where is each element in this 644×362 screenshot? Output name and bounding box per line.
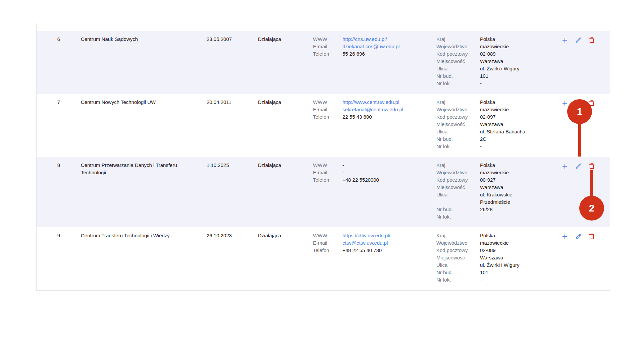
table-top-spacer xyxy=(37,23,610,31)
edit-icon[interactable] xyxy=(575,37,582,44)
address-block: Kraj Polska Województwo mazowieckie Kod … xyxy=(433,99,540,150)
country-value: Polska xyxy=(480,162,539,169)
street-value: ul. Stefana Banacha xyxy=(480,128,539,135)
contact-block: WWW http://cns.uw.edu.pl/ E-mail dziekan… xyxy=(313,36,433,87)
unit-status: Działająca xyxy=(258,162,313,221)
www-value[interactable]: http://cns.uw.edu.pl/ xyxy=(342,36,433,43)
row-actions xyxy=(540,162,610,221)
edit-icon[interactable] xyxy=(575,163,582,170)
table-rows: 6 Centrum Nauk Sądowych 23.05.2007 Dział… xyxy=(37,31,610,290)
table-row: 8 Centrum Przetwarzania Danych i Transfe… xyxy=(37,157,610,227)
flat-no-value: - xyxy=(480,276,539,284)
country-label: Kraj xyxy=(436,162,480,169)
add-icon[interactable] xyxy=(561,37,569,44)
street-label: Ulica xyxy=(436,191,480,206)
unit-date: 1.10.2025 xyxy=(207,162,258,221)
delete-icon[interactable] xyxy=(588,37,595,44)
province-label: Województwo xyxy=(436,169,480,176)
building-no-value: 2C xyxy=(480,135,539,143)
building-no-label: Nr bud. xyxy=(436,135,480,143)
unit-date: 20.04.2011 xyxy=(207,99,258,150)
province-label: Województwo xyxy=(436,239,480,247)
add-icon[interactable] xyxy=(561,163,569,170)
delete-icon[interactable] xyxy=(588,163,595,170)
street-label: Ulica xyxy=(436,65,480,72)
www-label: WWW xyxy=(313,36,342,43)
city-label: Miejscowość xyxy=(436,254,480,261)
unit-name: Centrum Transferu Technologii i Wiedzy xyxy=(81,232,207,284)
phone-value: 55 26 696 xyxy=(342,50,433,58)
postal-code-label: Kod pocztowy xyxy=(436,50,480,58)
phone-value: +48 22 55 40 730 xyxy=(342,247,433,254)
city-value: Warszawa xyxy=(480,58,539,65)
row-number: 9 xyxy=(37,232,81,284)
email-value[interactable]: dziekanat.cns@uw.edu.pl xyxy=(342,43,433,50)
row-actions xyxy=(540,99,610,150)
unit-status: Działająca xyxy=(258,99,313,150)
table-row: 7 Centrum Nowych Technologii UW 20.04.20… xyxy=(37,94,610,157)
building-no-value: 26/28 xyxy=(480,206,539,213)
flat-no-value: - xyxy=(480,213,539,221)
www-label: WWW xyxy=(313,162,342,169)
city-value: Warszawa xyxy=(480,121,539,128)
flat-no-value: - xyxy=(480,80,539,87)
phone-label: Telefon xyxy=(313,247,342,254)
unit-name: Centrum Nauk Sądowych xyxy=(81,36,207,87)
phone-label: Telefon xyxy=(313,113,342,121)
contact-block: WWW - E-mail - Telefon +48 22 5520000 xyxy=(313,162,433,221)
edit-icon[interactable] xyxy=(575,100,582,107)
email-label: E-mail xyxy=(313,239,342,247)
postal-code-value: 02-089 xyxy=(480,247,539,254)
address-block: Kraj Polska Województwo mazowieckie Kod … xyxy=(433,232,540,284)
table-row: 9 Centrum Transferu Technologii i Wiedzy… xyxy=(37,227,610,290)
www-label: WWW xyxy=(313,232,342,239)
email-value: - xyxy=(342,169,433,176)
street-value: ul. Krakowskie Przedmieście xyxy=(480,191,539,206)
www-value[interactable]: http://www.cent.uw.edu.pl xyxy=(342,99,433,106)
email-value[interactable]: sekretariat@cent.uw.edu.pl xyxy=(342,106,433,113)
table-row: 6 Centrum Nauk Sądowych 23.05.2007 Dział… xyxy=(37,31,610,94)
edit-icon[interactable] xyxy=(575,233,582,240)
address-block: Kraj Polska Województwo mazowieckie Kod … xyxy=(433,36,540,87)
email-value[interactable]: cttw@cttw.uw.edu.pl xyxy=(342,239,433,247)
country-value: Polska xyxy=(480,99,539,106)
postal-code-label: Kod pocztowy xyxy=(436,247,480,254)
city-value: Warszawa xyxy=(480,254,539,261)
unit-name: Centrum Nowych Technologii UW xyxy=(81,99,207,150)
delete-icon[interactable] xyxy=(588,233,595,240)
building-no-label: Nr bud. xyxy=(436,206,480,213)
contact-block: WWW https://cttw.uw.edu.pl/ E-mail cttw@… xyxy=(313,232,433,284)
flat-no-label: Nr lok. xyxy=(436,80,480,87)
city-label: Miejscowość xyxy=(436,58,480,65)
street-label: Ulica xyxy=(436,128,480,135)
contact-block: WWW http://www.cent.uw.edu.pl E-mail sek… xyxy=(313,99,433,150)
add-icon[interactable] xyxy=(561,233,569,240)
province-value: mazowieckie xyxy=(480,239,539,247)
building-no-label: Nr bud. xyxy=(436,269,480,276)
flat-no-label: Nr lok. xyxy=(436,276,480,284)
delete-icon[interactable] xyxy=(588,100,595,107)
postal-code-label: Kod pocztowy xyxy=(436,113,480,121)
row-number: 6 xyxy=(37,36,81,87)
street-value: ul. Żwirki i Wigury xyxy=(480,261,539,269)
country-value: Polska xyxy=(480,232,539,239)
email-label: E-mail xyxy=(313,43,342,50)
add-icon[interactable] xyxy=(561,100,569,107)
building-no-value: 101 xyxy=(480,269,539,276)
street-label: Ulica xyxy=(436,261,480,269)
province-value: mazowieckie xyxy=(480,169,539,176)
province-value: mazowieckie xyxy=(480,106,539,113)
postal-code-value: 02-089 xyxy=(480,50,539,58)
row-number: 7 xyxy=(37,99,81,150)
units-table: 6 Centrum Nauk Sądowych 23.05.2007 Dział… xyxy=(36,23,610,291)
province-label: Województwo xyxy=(436,106,480,113)
country-label: Kraj xyxy=(436,36,480,43)
flat-no-label: Nr lok. xyxy=(436,143,480,150)
www-value[interactable]: https://cttw.uw.edu.pl/ xyxy=(342,232,433,239)
phone-value: +48 22 5520000 xyxy=(342,176,433,184)
country-label: Kraj xyxy=(436,232,480,239)
city-label: Miejscowość xyxy=(436,121,480,128)
street-value: ul. Żwirki i Wigury xyxy=(480,65,539,72)
unit-status: Działająca xyxy=(258,232,313,284)
www-value: - xyxy=(342,162,433,169)
